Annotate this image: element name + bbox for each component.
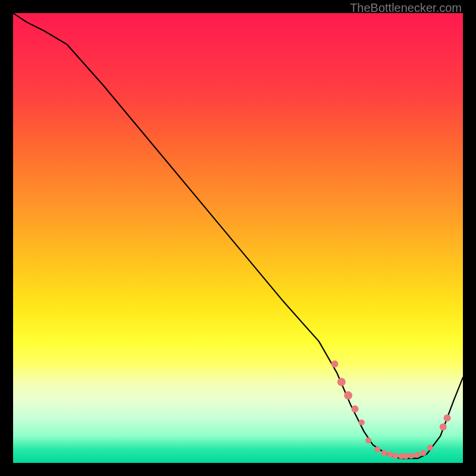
marker-dot [365,437,371,443]
marker-dot [374,446,380,452]
marker-dot [444,414,451,421]
chart-svg [13,13,463,463]
marker-dot [408,453,414,459]
marker-dot [381,450,387,456]
marker-dot [352,405,359,412]
marker-dot [398,453,404,459]
marker-group [331,361,451,459]
marker-dot [427,444,433,450]
marker-dot [344,392,352,400]
marker-dot [440,424,447,431]
marker-dot [359,419,365,425]
marker-dot [337,378,346,386]
marker-dot [414,452,420,458]
marker-dot [393,453,399,459]
marker-dot [387,452,393,458]
marker-dot [420,450,426,456]
marker-dot [403,453,409,459]
plot-area [13,13,463,463]
bottleneck-curve [13,13,463,458]
chart-frame: TheBottlenecker.com [0,0,476,476]
marker-dot [331,361,339,368]
